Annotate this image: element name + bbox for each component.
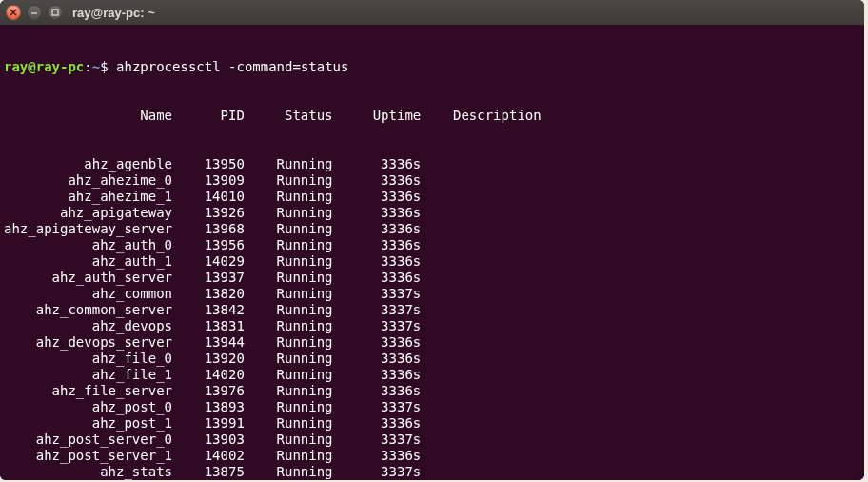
prompt-path: ~ [92,59,100,74]
cell-pid: 13909 [172,172,245,189]
cell-status: Running [245,286,333,302]
table-row: ahz_auth_server13937Running3336s [4,270,860,286]
cell-pid: 14010 [172,189,245,205]
table-row: ahz_file_114020Running3336s [4,367,860,383]
cell-uptime: 3336s [333,415,422,432]
cell-status: Running [245,415,333,432]
cell-status: Running [245,318,333,334]
cell-pid: 13944 [172,334,245,351]
cell-pid: 13903 [172,432,245,448]
table-row: ahz_common13820Running3337s [4,286,860,302]
svg-rect-3 [52,10,58,15]
table-row: ahz_common_server13842Running3337s [4,302,860,318]
cell-status: Running [245,270,333,286]
cell-status: Running [245,367,333,383]
cell-name: ahz_ahezime_1 [4,189,172,205]
cell-uptime: 3337s [333,286,422,302]
cell-name: ahz_devops [4,318,172,334]
maximize-icon[interactable] [48,5,63,20]
cell-pid: 13991 [172,415,245,432]
prompt-dollar: $ [100,59,108,74]
titlebar[interactable]: ray@ray-pc: ~ [0,0,864,25]
cell-name: ahz_file_0 [4,351,172,367]
cell-status: Running [245,383,333,399]
cell-status: Running [245,302,333,318]
cell-uptime: 3336s [333,367,422,383]
cell-name: ahz_file_server [4,383,172,399]
table-row: ahz_post_113991Running3336s [4,415,860,432]
cell-name: ahz_apigateway_server [4,221,172,237]
cell-pid: 13920 [172,351,245,367]
cell-name: ahz_ahezime_0 [4,172,172,189]
cell-status: Running [245,172,333,189]
cell-pid: 13968 [172,221,245,237]
header-status: Status [245,108,333,124]
table-row: ahz_devops13831Running3337s [4,318,860,334]
terminal-window: ray@ray-pc: ~ ray@ray-pc:~$ ahzprocessct… [0,0,864,480]
window-title: ray@ray-pc: ~ [72,6,155,20]
cell-uptime: 3336s [333,383,422,399]
cell-status: Running [245,464,333,480]
cell-status: Running [245,189,333,205]
cell-uptime: 3337s [333,302,422,318]
cell-uptime: 3336s [333,189,422,205]
cell-status: Running [245,399,333,415]
cell-uptime: 3337s [333,399,422,415]
table-row: ahz_devops_server13944Running3336s [4,334,860,351]
table-row: ahz_auth_114029Running3336s [4,253,860,270]
cell-name: ahz_file_1 [4,367,172,383]
table-row: ahz_apigateway13926Running3336s [4,205,860,221]
cell-name: ahz_post_server_0 [4,432,172,448]
cell-pid: 13842 [172,302,245,318]
cell-uptime: 3336s [333,172,422,189]
cell-uptime: 3336s [333,270,422,286]
cell-pid: 13831 [172,318,245,334]
cell-name: ahz_common_server [4,302,172,318]
cell-pid: 13926 [172,205,245,221]
header-uptime: Uptime [333,108,422,124]
table-row: ahz_file_server13976Running3336s [4,383,860,399]
cell-uptime: 3336s [333,237,422,253]
cell-status: Running [245,448,333,464]
cell-pid: 14029 [172,253,245,270]
prompt-user-host: ray@ray-pc [4,59,84,74]
cell-uptime: 3336s [333,334,422,351]
table-row: ahz_post_server_114002Running3336s [4,448,860,464]
table-row: ahz_ahezime_013909Running3336s [4,172,860,189]
terminal-body[interactable]: ray@ray-pc:~$ ahzprocessctl -command=sta… [0,25,864,480]
cell-name: ahz_auth_server [4,270,172,286]
table-row: ahz_file_013920Running3336s [4,351,860,367]
cell-status: Running [245,205,333,221]
header-name: Name [4,108,172,124]
minimize-icon[interactable] [27,5,42,20]
cell-name: ahz_post_0 [4,399,172,415]
cell-name: ahz_stats [4,464,172,480]
cell-name: ahz_auth_0 [4,237,172,253]
header-pid: PID [172,108,245,124]
cell-uptime: 3336s [333,253,422,270]
table-row: ahz_agenble13950Running3336s [4,156,860,172]
cell-pid: 13937 [172,270,245,286]
cell-pid: 13820 [172,286,245,302]
cell-pid: 13893 [172,399,245,415]
entered-command: ahzprocessctl -command=status [116,59,348,74]
cell-name: ahz_auth_1 [4,253,172,270]
cell-uptime: 3337s [333,318,422,334]
table-row: ahz_stats13875Running3337s [4,464,860,480]
command-line: ray@ray-pc:~$ ahzprocessctl -command=sta… [4,59,860,75]
table-row: ahz_auth_013956Running3336s [4,237,860,253]
cell-uptime: 3337s [333,464,422,480]
cell-pid: 13950 [172,156,245,172]
cell-name: ahz_devops_server [4,334,172,351]
cell-name: ahz_apigateway [4,205,172,221]
cell-pid: 14020 [172,367,245,383]
cell-status: Running [245,334,333,351]
table-row: ahz_apigateway_server13968Running3336s [4,221,860,237]
cell-status: Running [245,221,333,237]
cell-uptime: 3336s [333,205,422,221]
table-header-row: NamePIDStatusUptimeDescription [4,108,860,124]
header-description: Description [421,108,541,124]
cell-status: Running [245,253,333,270]
close-icon[interactable] [6,5,21,20]
cell-uptime: 3336s [333,156,422,172]
